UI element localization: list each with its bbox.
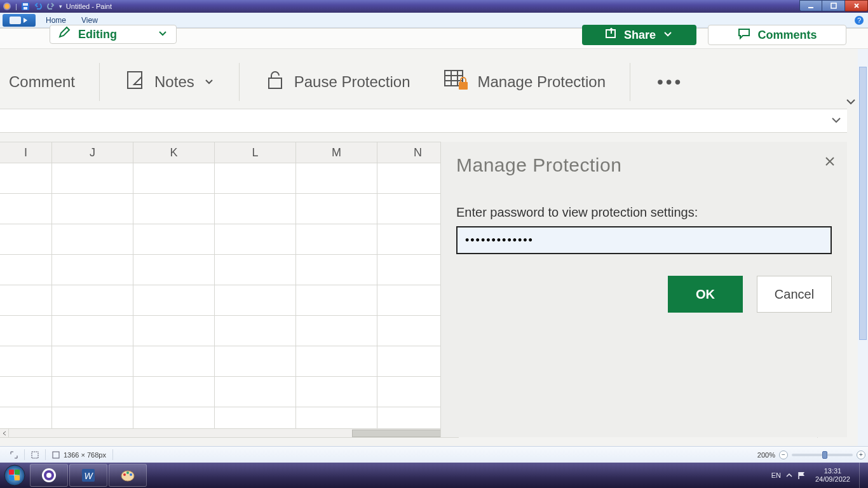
svg-rect-24: [9, 475, 14, 480]
tray-clock[interactable]: 13:31 24/09/2022: [811, 467, 854, 484]
paint-status-bar: 868 × 488px 200% − +: [0, 446, 868, 463]
svg-rect-18: [459, 82, 468, 90]
undo-icon[interactable]: [34, 2, 43, 11]
share-label: Share: [624, 29, 656, 42]
qat-dropdown-icon[interactable]: ▾: [59, 3, 62, 10]
manage-protection-panel: Manage Protection Enter password to view…: [440, 142, 847, 437]
svg-point-34: [130, 473, 132, 476]
comments-button[interactable]: Comments: [708, 25, 846, 45]
cursor-position-icon: [4, 451, 24, 459]
minimize-button[interactable]: [799, 0, 822, 11]
svg-rect-6: [831, 3, 836, 8]
ribbon-notes[interactable]: Notes: [115, 64, 224, 100]
svg-rect-19: [32, 452, 38, 458]
formula-bar[interactable]: [0, 109, 847, 133]
chevron-down-icon: [662, 28, 674, 43]
manage-protection-label: Manage Protection: [478, 73, 606, 91]
password-input[interactable]: [456, 226, 832, 254]
sheet-lock-icon: [444, 68, 469, 96]
paint-app-icon: [3, 2, 11, 11]
svg-point-33: [126, 471, 129, 474]
start-button[interactable]: [0, 463, 29, 488]
window-titlebar: | ▾ Untitled - Paint: [0, 0, 868, 13]
flag-icon[interactable]: [797, 471, 806, 480]
maximize-button[interactable]: [822, 0, 845, 11]
show-desktop-button[interactable]: [859, 463, 867, 488]
svg-text:?: ?: [857, 17, 861, 24]
ribbon-pause-protection[interactable]: Pause Protection: [255, 64, 419, 100]
svg-point-28: [46, 473, 51, 478]
ribbon-overflow-button[interactable]: •••: [646, 72, 695, 92]
pencil-icon: [58, 26, 72, 43]
panel-close-button[interactable]: [824, 156, 836, 170]
svg-rect-4: [24, 7, 27, 10]
column-header[interactable]: I: [0, 142, 52, 163]
chevron-down-icon: [157, 27, 168, 42]
quick-access-toolbar: | ▾: [0, 2, 62, 11]
column-header[interactable]: M: [296, 142, 377, 163]
paint-file-button[interactable]: [3, 14, 36, 27]
svg-rect-5: [808, 7, 813, 8]
chevron-down-icon: [203, 73, 215, 91]
taskbar-app-word[interactable]: W: [69, 464, 107, 487]
window-controls: [799, 0, 868, 11]
note-icon: [124, 69, 146, 95]
window-title: Untitled - Paint: [66, 3, 112, 10]
svg-rect-7: [10, 17, 21, 24]
svg-rect-23: [15, 470, 20, 475]
tray-date: 24/09/2022: [815, 475, 850, 484]
taskbar-app-paint[interactable]: [109, 464, 147, 487]
column-header[interactable]: J: [52, 142, 133, 163]
panel-actions: OK Cancel: [456, 276, 832, 313]
qat-separator: |: [15, 3, 17, 10]
redo-icon[interactable]: [46, 2, 55, 11]
excel-top-strip: Editing Share Comments: [0, 29, 868, 49]
close-button[interactable]: [845, 0, 868, 11]
ribbon-separator: [630, 63, 630, 101]
svg-point-1: [4, 4, 10, 9]
panel-title: Manage Protection: [456, 154, 832, 176]
canvas-size-value: 868 × 488px: [64, 451, 106, 459]
svg-rect-25: [15, 475, 20, 480]
excel-ribbon: Comment Notes Pause Protection: [0, 55, 868, 109]
tray-expand-icon[interactable]: [786, 472, 792, 478]
system-tray: EN 13:31 24/09/2022: [771, 463, 868, 488]
notes-label: Notes: [154, 73, 194, 91]
ribbon-comment[interactable]: Comment: [0, 64, 84, 100]
zoom-out-button[interactable]: −: [779, 451, 788, 459]
canvas-size: 868 × 488px: [46, 451, 112, 459]
help-icon[interactable]: ?: [854, 15, 864, 25]
zoom-value: 200%: [757, 451, 775, 459]
cancel-button[interactable]: Cancel: [757, 276, 832, 313]
unlock-icon: [264, 68, 285, 96]
ribbon-separator: [99, 63, 100, 101]
zoom-slider[interactable]: [792, 454, 853, 456]
taskbar-app-browser[interactable]: [30, 464, 68, 487]
ok-button[interactable]: OK: [668, 276, 743, 313]
language-indicator[interactable]: EN: [771, 471, 781, 479]
formula-bar-expand-icon[interactable]: [830, 114, 843, 129]
scroll-left-icon[interactable]: [0, 429, 9, 438]
tray-time: 13:31: [815, 467, 850, 475]
comment-icon: [737, 27, 751, 44]
share-icon: [605, 27, 618, 43]
windows-taskbar: W EN 13:31 24/09/2022: [0, 463, 868, 488]
svg-text:W: W: [84, 471, 93, 481]
ribbon-separator: [239, 63, 240, 101]
share-button[interactable]: Share: [582, 25, 696, 45]
zoom-slider-thumb[interactable]: [822, 451, 827, 459]
save-icon[interactable]: [21, 2, 30, 11]
svg-rect-20: [53, 452, 59, 458]
svg-rect-22: [9, 470, 14, 475]
editing-mode-button[interactable]: Editing: [50, 25, 177, 44]
column-header[interactable]: K: [133, 142, 215, 163]
zoom-controls: 200% − +: [757, 447, 865, 463]
ribbon-comment-label: Comment: [9, 73, 75, 91]
excel-canvas-area: Editing Share Comments Comment: [0, 28, 868, 446]
svg-point-21: [4, 465, 25, 485]
zoom-in-button[interactable]: +: [857, 451, 865, 459]
column-header[interactable]: L: [215, 142, 296, 163]
comments-label: Comments: [757, 29, 817, 42]
ribbon-manage-protection[interactable]: Manage Protection: [435, 64, 614, 100]
svg-rect-3: [23, 3, 28, 6]
